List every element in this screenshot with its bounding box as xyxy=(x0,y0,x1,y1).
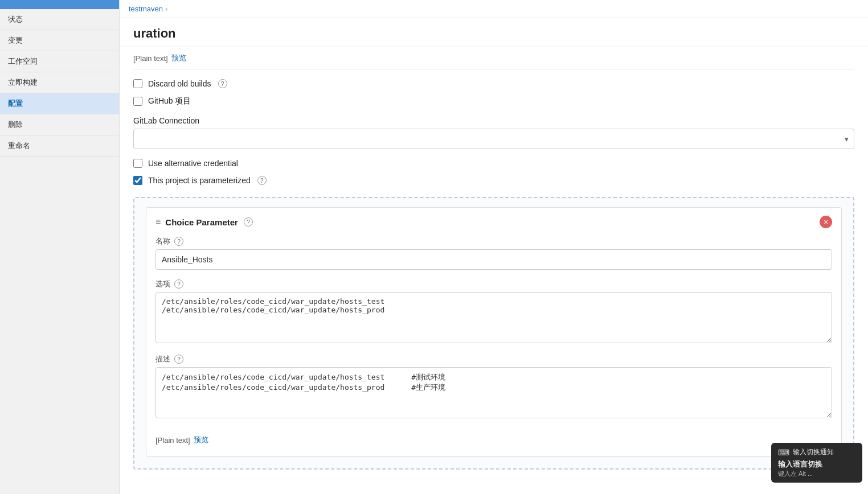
name-field-group: 名称 ? xyxy=(155,236,832,270)
sidebar-item-rename[interactable]: 重命名 xyxy=(0,135,119,157)
sidebar-item-configure[interactable]: 配置 xyxy=(0,93,119,114)
parameterized-checkbox[interactable] xyxy=(133,176,142,185)
plain-text-bottom-row: [Plain text] 预览 xyxy=(155,429,832,448)
parameterized-row: This project is parameterized ? xyxy=(133,172,854,189)
name-label: 名称 ? xyxy=(155,236,832,246)
param-card-header: ≡ Choice Parameter ? × xyxy=(155,216,832,228)
github-project-row: GitHub 项目 xyxy=(133,92,854,110)
main-content: testmaven › uration [Plain text] 预览 Disc… xyxy=(120,0,868,494)
options-help-icon[interactable]: ? xyxy=(174,279,183,289)
choice-parameter-title: Choice Parameter xyxy=(165,217,238,227)
sidebar-item-build-now[interactable]: 立即构建 xyxy=(0,72,119,93)
gitlab-connection-wrapper: ▾ xyxy=(133,129,854,149)
github-project-label: GitHub 项目 xyxy=(148,96,191,106)
breadcrumb: testmaven › xyxy=(120,0,868,18)
parameterized-label: This project is parameterized xyxy=(148,176,251,185)
use-alternative-credential-checkbox[interactable] xyxy=(133,159,142,168)
discard-old-builds-label: Discard old builds xyxy=(148,79,211,88)
description-help-icon[interactable]: ? xyxy=(174,355,183,364)
section-divider-top xyxy=(133,69,854,69)
name-input[interactable] xyxy=(155,249,832,270)
plain-text-preview-bottom[interactable]: 预览 xyxy=(194,435,208,445)
parameterized-help[interactable]: ? xyxy=(257,176,267,185)
breadcrumb-sep: › xyxy=(165,5,167,13)
sidebar: 状态 变更 工作空间 立即构建 配置 删除 重命名 xyxy=(0,0,120,494)
sidebar-header xyxy=(0,0,119,9)
sidebar-item-delete[interactable]: 删除 xyxy=(0,114,119,135)
plain-text-prefix-top: [Plain text] xyxy=(133,54,168,63)
use-alternative-credential-row: Use alternative credential xyxy=(133,155,854,172)
drag-handle-icon[interactable]: ≡ xyxy=(155,217,161,227)
gitlab-connection-label: GitLab Connection xyxy=(133,116,854,125)
options-textarea[interactable]: /etc/ansible/roles/code_cicd/war_update/… xyxy=(155,292,832,343)
plain-text-prefix-bottom: [Plain text] xyxy=(155,436,190,444)
discard-old-builds-checkbox[interactable] xyxy=(133,79,142,88)
sidebar-item-status[interactable]: 状态 xyxy=(0,9,119,30)
breadcrumb-project[interactable]: testmaven xyxy=(129,5,163,13)
content-area: [Plain text] 预览 Discard old builds ? Git… xyxy=(120,47,868,492)
description-label: 描述 ? xyxy=(155,354,832,364)
choice-parameter-help[interactable]: ? xyxy=(244,217,253,227)
sidebar-item-changes[interactable]: 变更 xyxy=(0,30,119,51)
page-title-area: uration xyxy=(120,18,868,47)
github-project-checkbox[interactable] xyxy=(133,97,142,106)
sidebar-item-workspace[interactable]: 工作空间 xyxy=(0,51,119,72)
options-field-group: 选项 ? /etc/ansible/roles/code_cicd/war_up… xyxy=(155,279,832,345)
options-label: 选项 ? xyxy=(155,279,832,289)
page-title: uration xyxy=(133,26,854,41)
discard-old-builds-row: Discard old builds ? xyxy=(133,75,854,92)
name-help-icon[interactable]: ? xyxy=(174,237,183,246)
description-textarea[interactable]: /etc/ansible/roles/code_cicd/war_update/… xyxy=(155,367,832,418)
param-card-title-group: ≡ Choice Parameter ? xyxy=(155,217,253,227)
plain-text-top-row: [Plain text] 预览 xyxy=(133,47,854,67)
gitlab-connection-select[interactable] xyxy=(133,129,854,149)
choice-parameter-card: ≡ Choice Parameter ? × 名称 ? xyxy=(146,207,842,457)
description-field-group: 描述 ? /etc/ansible/roles/code_cicd/war_up… xyxy=(155,354,832,420)
use-alternative-credential-label: Use alternative credential xyxy=(148,159,238,168)
close-choice-parameter-button[interactable]: × xyxy=(820,216,832,228)
plain-text-preview-top[interactable]: 预览 xyxy=(171,53,186,63)
sidebar-nav: 状态 变更 工作空间 立即构建 配置 删除 重命名 xyxy=(0,9,119,157)
parameterized-box: ≡ Choice Parameter ? × 名称 ? xyxy=(133,197,854,470)
discard-old-builds-help[interactable]: ? xyxy=(218,79,227,88)
